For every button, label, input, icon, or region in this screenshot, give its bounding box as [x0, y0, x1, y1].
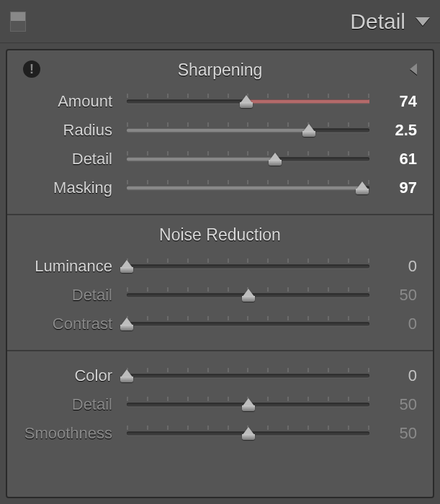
collapse-arrow-icon[interactable] — [410, 63, 417, 75]
masking-thumb[interactable] — [354, 181, 370, 194]
noise-luma-section: Noise Reduction Luminance 0 Detail — [7, 214, 433, 350]
luma-contrast-value[interactable]: 0 — [372, 315, 417, 333]
masking-slider[interactable] — [127, 180, 369, 196]
amount-label: Amount — [23, 92, 124, 111]
amount-slider[interactable] — [127, 94, 369, 109]
smoothness-value[interactable]: 50 — [372, 424, 417, 443]
warning-icon[interactable]: ! — [23, 60, 40, 78]
sharpen-detail-row: Detail 61 — [23, 145, 417, 174]
smoothness-thumb[interactable] — [241, 427, 256, 440]
smoothness-row: Smoothness 50 — [23, 419, 417, 448]
amount-thumb[interactable] — [238, 95, 254, 108]
luma-contrast-thumb[interactable] — [119, 318, 135, 330]
luma-detail-thumb[interactable] — [241, 289, 256, 302]
luma-detail-slider[interactable] — [127, 287, 369, 303]
detail-panel: Detail ! Sharpening Amount — [0, 0, 440, 504]
luminance-slider[interactable] — [127, 258, 369, 274]
luma-detail-row: Detail 50 — [23, 281, 417, 310]
color-detail-value[interactable]: 50 — [372, 395, 417, 414]
sharpen-detail-thumb[interactable] — [267, 153, 283, 166]
smoothness-label: Smoothness — [23, 424, 124, 443]
amount-row: Amount 74 — [23, 87, 417, 116]
luma-detail-label: Detail — [23, 286, 124, 305]
color-detail-thumb[interactable] — [241, 398, 256, 411]
masking-row: Masking 97 — [23, 174, 417, 202]
luminance-row: Luminance 0 — [23, 252, 417, 281]
color-detail-label: Detail — [23, 395, 124, 414]
radius-thumb[interactable] — [301, 124, 317, 137]
panel-header: Detail — [0, 0, 440, 43]
color-detail-row: Detail 50 — [23, 390, 417, 419]
sharpen-detail-label: Detail — [23, 150, 124, 168]
color-detail-slider[interactable] — [127, 397, 369, 413]
sharpening-section: ! Sharpening Amount 74 — [7, 50, 433, 214]
radius-value[interactable]: 2.5 — [372, 121, 417, 140]
color-slider[interactable] — [127, 368, 369, 384]
radius-label: Radius — [23, 121, 124, 140]
preview-toggle-icon[interactable] — [10, 12, 26, 32]
luminance-thumb[interactable] — [119, 260, 135, 273]
smoothness-slider[interactable] — [127, 426, 369, 441]
radius-slider[interactable] — [127, 122, 369, 138]
luma-contrast-row: Contrast 0 — [23, 310, 417, 338]
color-row: Color 0 — [23, 361, 417, 390]
color-thumb[interactable] — [119, 369, 135, 382]
masking-value[interactable]: 97 — [372, 179, 417, 197]
sharpen-detail-value[interactable]: 61 — [372, 150, 417, 168]
amount-value[interactable]: 74 — [372, 92, 417, 111]
disclosure-triangle-icon[interactable] — [416, 17, 430, 26]
luma-detail-value[interactable]: 50 — [372, 286, 417, 305]
luminance-label: Luminance — [23, 257, 124, 276]
panel-title[interactable]: Detail — [350, 9, 405, 34]
masking-label: Masking — [23, 179, 124, 197]
luma-contrast-label: Contrast — [23, 315, 124, 333]
noise-color-section: Color 0 Detail 50 — [7, 350, 433, 459]
sharpening-title: Sharpening — [178, 60, 263, 79]
luma-contrast-slider[interactable] — [127, 316, 369, 332]
sharpen-detail-slider[interactable] — [127, 151, 369, 167]
color-value[interactable]: 0 — [372, 366, 417, 385]
detail-inner-panel: ! Sharpening Amount 74 — [6, 49, 434, 498]
radius-row: Radius 2.5 — [23, 116, 417, 145]
color-label: Color — [23, 366, 124, 385]
noise-reduction-title: Noise Reduction — [159, 225, 281, 244]
luminance-value[interactable]: 0 — [372, 257, 417, 276]
